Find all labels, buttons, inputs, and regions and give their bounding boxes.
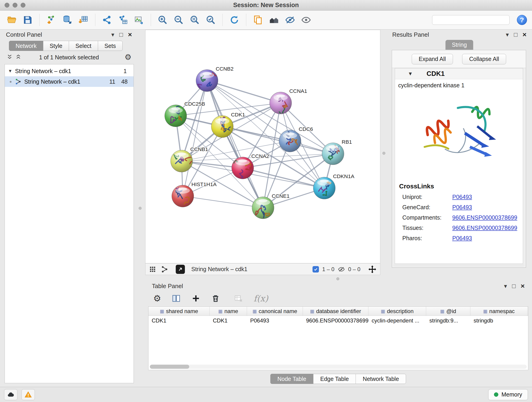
zoom-in-button[interactable] xyxy=(156,13,169,27)
collapse-all-button[interactable]: Collapse All xyxy=(462,54,506,64)
add-column-icon[interactable] xyxy=(191,294,201,303)
close-window-button[interactable] xyxy=(5,3,9,7)
search-input[interactable] xyxy=(437,17,509,23)
function-builder-button[interactable]: f(x) xyxy=(254,294,268,303)
zoom-selected-button[interactable] xyxy=(204,13,217,27)
network-edge[interactable] xyxy=(207,81,263,208)
tab-node-table[interactable]: Node Table xyxy=(270,374,313,384)
crosslink-link[interactable]: P06493 xyxy=(452,204,472,211)
scrollbar-thumb[interactable] xyxy=(150,365,189,369)
search-box[interactable] xyxy=(432,15,510,25)
collapse-entry-icon[interactable]: ▼ xyxy=(408,71,413,77)
panel-float-icon[interactable]: □ xyxy=(514,31,518,38)
column-header-description[interactable]: ▦description xyxy=(368,307,426,316)
crosslink-link[interactable]: P06493 xyxy=(452,235,472,242)
splitter-handle-right[interactable] xyxy=(382,152,385,155)
table-settings-gear-icon[interactable]: ⚙ xyxy=(153,293,161,303)
eye-icon xyxy=(301,15,311,25)
tab-edge-table[interactable]: Edge Table xyxy=(313,374,356,384)
select-columns-icon[interactable] xyxy=(172,294,181,303)
selected-checkbox[interactable] xyxy=(312,266,319,273)
zoom-out-button[interactable] xyxy=(172,13,185,27)
new-network-button[interactable] xyxy=(100,13,114,27)
table-cell[interactable]: stringdb xyxy=(470,317,528,324)
network-edge[interactable] xyxy=(183,81,207,196)
save-session-button[interactable] xyxy=(21,13,34,27)
string-home-button[interactable] xyxy=(267,13,281,27)
help-button[interactable]: ? xyxy=(517,15,527,25)
network-table-icon xyxy=(118,15,128,25)
table-cell[interactable]: CDK1 xyxy=(210,317,247,324)
minimize-window-button[interactable] xyxy=(13,3,17,7)
panel-close-icon[interactable]: × xyxy=(522,31,526,38)
import-network-database-button[interactable] xyxy=(61,13,74,27)
gear-icon[interactable]: ⚙ xyxy=(125,52,132,62)
import-table-button[interactable] xyxy=(77,13,90,27)
table-cell[interactable]: cyclin-dependent ... xyxy=(368,317,426,324)
import-network-database-icon xyxy=(62,15,73,25)
show-annotations-button[interactable] xyxy=(299,13,313,27)
node-result-header[interactable]: ▼ CDK1 xyxy=(395,68,523,79)
column-header-@id[interactable]: ▦@id xyxy=(426,307,470,316)
birds-eye-view-icon[interactable] xyxy=(149,265,157,273)
network-share-icon[interactable] xyxy=(161,265,168,273)
column-header-name[interactable]: ▦name xyxy=(210,307,247,316)
crosslink-link[interactable]: 9606.ENSP00000378699 xyxy=(452,214,517,221)
table-cell[interactable]: CDK1 xyxy=(148,317,210,324)
table-cell[interactable]: P06493 xyxy=(247,317,303,324)
copy-document-button[interactable] xyxy=(251,13,265,27)
expand-all-button[interactable]: Expand All xyxy=(412,54,453,64)
panel-float-icon[interactable]: □ xyxy=(119,31,123,38)
tab-network[interactable]: Network xyxy=(9,41,43,51)
crosslink-link[interactable]: 9606.ENSP00000378699 xyxy=(452,225,517,231)
panel-close-icon[interactable]: × xyxy=(520,282,525,290)
network-collection-row[interactable]: ▼ String Network – cdk1 1 xyxy=(5,66,133,76)
open-in-new-window-button[interactable] xyxy=(176,265,185,274)
tab-sets[interactable]: Sets xyxy=(98,41,123,51)
table-cell[interactable]: 9606.ENSP00000378699 xyxy=(303,317,368,324)
hide-annotations-button[interactable] xyxy=(283,13,297,27)
tab-style[interactable]: Style xyxy=(43,41,69,51)
results-tab-string[interactable]: String xyxy=(445,40,473,50)
table-cell[interactable]: stringdb:9... xyxy=(426,317,470,324)
tree-expander-icon[interactable]: ▼ xyxy=(8,69,12,74)
network-edge[interactable] xyxy=(183,196,263,208)
network-canvas[interactable]: CCNB2CCNA1CDC25BCDK1CDC6RB1CCNB1CCNA2CDK… xyxy=(146,30,380,263)
delete-column-trash-icon[interactable] xyxy=(211,294,220,303)
panel-menu-icon[interactable]: ▾ xyxy=(111,31,114,38)
panel-menu-icon[interactable]: ▾ xyxy=(504,283,507,290)
table-h-scrollbar[interactable] xyxy=(150,365,527,369)
network-row-selected[interactable]: ● String Network – cdk1 11 48 xyxy=(5,76,133,87)
column-header-shared-name[interactable]: ▦shared name xyxy=(148,307,210,316)
column-header-namespac[interactable]: ▦namespac xyxy=(470,307,528,316)
tab-network-table[interactable]: Network Table xyxy=(355,374,406,384)
tab-select[interactable]: Select xyxy=(69,41,98,51)
export-image-button[interactable] xyxy=(133,13,146,27)
memory-button[interactable]: Memory xyxy=(488,389,528,400)
network-edge[interactable] xyxy=(207,81,280,103)
column-header-canonical-name[interactable]: ▦canonical name xyxy=(247,307,303,316)
panel-close-icon[interactable]: × xyxy=(128,31,132,38)
apply-layout-button[interactable] xyxy=(228,13,241,27)
crosslink-link[interactable]: P06493 xyxy=(452,194,472,200)
import-network-file-button[interactable] xyxy=(45,13,58,27)
column-header-label: database identifier xyxy=(316,308,361,314)
results-scrollbar[interactable] xyxy=(393,264,525,267)
warnings-button[interactable] xyxy=(22,389,35,400)
zoom-window-button[interactable] xyxy=(21,3,25,7)
open-session-button[interactable] xyxy=(5,13,18,27)
panel-menu-icon[interactable]: ▾ xyxy=(506,31,509,38)
network-from-table-button[interactable] xyxy=(116,13,130,27)
cloud-button[interactable] xyxy=(4,389,17,400)
table-row[interactable]: CDK1CDK1P064939606.ENSP00000378699cyclin… xyxy=(148,316,528,325)
hidden-eye-icon[interactable] xyxy=(338,266,345,273)
splitter-handle-left[interactable] xyxy=(139,207,142,210)
splitter-handle-bottom[interactable] xyxy=(336,277,339,280)
crosslink-row: GeneCard:P06493 xyxy=(395,202,523,212)
zoom-fit-button[interactable] xyxy=(188,13,201,27)
move-crosshair-icon[interactable] xyxy=(368,265,377,274)
panel-float-icon[interactable]: □ xyxy=(512,283,516,290)
network-edge[interactable] xyxy=(222,127,333,154)
column-header-database-identifier[interactable]: ▦database identifier xyxy=(303,307,368,316)
network-tree: ▼ String Network – cdk1 1 ● String Netwo… xyxy=(5,64,134,383)
